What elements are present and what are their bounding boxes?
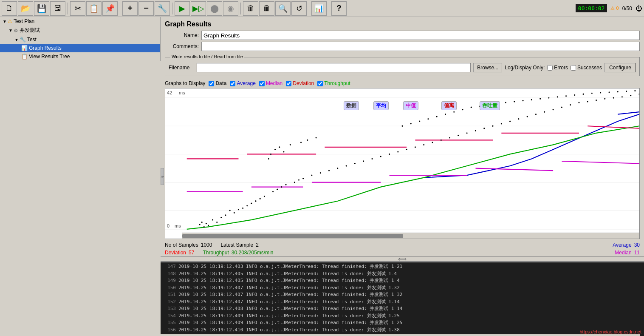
- warning-icon: ⚠: [610, 6, 615, 11]
- sidebar-item-test-plan[interactable]: ▼ ⚠ Test Plan: [0, 17, 160, 26]
- svg-point-99: [453, 111, 455, 113]
- chart-scrollbar[interactable]: [182, 233, 639, 239]
- svg-point-65: [406, 149, 407, 150]
- svg-point-70: [449, 137, 450, 138]
- svg-point-41: [285, 184, 287, 185]
- svg-point-25: [212, 219, 213, 220]
- report-button[interactable]: 📊: [311, 1, 327, 16]
- graph-svg: [165, 88, 639, 239]
- sidebar-label-test: Test: [27, 37, 37, 43]
- save-button[interactable]: 💾: [34, 1, 49, 16]
- search-button[interactable]: 🔍: [275, 1, 291, 16]
- add-button[interactable]: +: [122, 1, 138, 16]
- latest-sample-stat: Latest Sample 2: [220, 242, 258, 248]
- successes-label: Successes: [577, 65, 602, 71]
- svg-point-43: [298, 179, 299, 180]
- sidebar-item-view-results-tree[interactable]: 📋 View Results Tree: [0, 52, 160, 61]
- svg-point-67: [423, 144, 424, 145]
- sidebar-resize-handle[interactable]: ≫: [161, 168, 164, 185]
- copy-button[interactable]: 📋: [86, 1, 102, 16]
- stop-button[interactable]: ⬤: [207, 1, 222, 16]
- remove-button[interactable]: −: [138, 1, 154, 16]
- toggle-button[interactable]: 🔧: [155, 1, 170, 16]
- sidebar-wrapper: ▼ ⚠ Test Plan ▼ ⚙ 并发测试 ▼ 🔧 Test: [0, 17, 161, 336]
- sidebar-label-view-results-tree: View Results Tree: [29, 54, 70, 60]
- svg-point-63: [389, 154, 390, 155]
- annotation-median: 中值: [403, 101, 418, 110]
- log-area[interactable]: 1472019-10-25 18:19:12,403 INFO o.a.j.t.…: [161, 262, 644, 336]
- median-checkbox[interactable]: [259, 81, 265, 86]
- timer-display: 00:00:02: [576, 4, 607, 12]
- clear-button[interactable]: 🗑: [243, 1, 258, 16]
- log-line-number: 149: [163, 277, 176, 285]
- average-stat: Average 30: [613, 242, 640, 248]
- data-check-label: Data: [209, 80, 226, 86]
- sidebar-item-test[interactable]: ▼ 🔧 Test: [0, 35, 160, 44]
- no-of-samples-stat: No of Samples 1000: [165, 242, 212, 248]
- throughput-check-label: Throughput: [317, 80, 350, 86]
- y-unit-bottom: ms: [175, 223, 181, 228]
- reset-button[interactable]: ↺: [291, 1, 307, 16]
- svg-point-75: [492, 125, 494, 127]
- comments-input[interactable]: [201, 42, 640, 51]
- sep1: [68, 3, 68, 14]
- log-line-text: 2019-10-25 18:19:12,409 INFO o.a.j.t.JMe…: [178, 320, 402, 325]
- throughput-checkbox[interactable]: [317, 81, 323, 86]
- svg-point-37: [264, 196, 265, 197]
- svg-rect-0: [165, 88, 639, 239]
- stats-bar: No of Samples 1000 Latest Sample 2 Avera…: [161, 241, 644, 249]
- svg-point-76: [501, 123, 502, 124]
- footer-link-text: https://chenxiao.blog.csdn.net: [579, 329, 641, 334]
- successes-checkbox[interactable]: [571, 65, 576, 71]
- svg-point-86: [587, 101, 588, 102]
- data-checkbox[interactable]: [209, 81, 214, 86]
- svg-point-21: [201, 222, 203, 223]
- start-no-pause-button[interactable]: ▶▷: [191, 1, 206, 16]
- svg-point-32: [242, 208, 243, 209]
- scroll-thumb[interactable]: [182, 234, 403, 238]
- log-line: 1502019-10-25 18:19:12,407 INFO o.a.j.t.…: [163, 285, 641, 292]
- no-of-samples-label: No of Samples: [165, 242, 198, 248]
- save-as-button[interactable]: 🖫: [50, 1, 65, 16]
- average-checkbox[interactable]: [230, 81, 235, 86]
- clear-all-button[interactable]: 🗑: [259, 1, 274, 16]
- svg-point-107: [523, 100, 524, 101]
- svg-point-34: [251, 203, 252, 204]
- log-line: 1542019-10-25 18:19:12,409 INFO o.a.j.t.…: [163, 313, 641, 320]
- log-line: 1482019-10-25 18:19:12,405 INFO o.a.j.t.…: [163, 271, 641, 278]
- configure-button[interactable]: Configure: [604, 63, 636, 72]
- cut-button[interactable]: ✂: [70, 1, 85, 16]
- chart-icon: 📊: [21, 45, 28, 51]
- new-button[interactable]: 🗋: [2, 1, 17, 16]
- footer-link: https://chenxiao.blog.csdn.net: [579, 329, 641, 334]
- sidebar-item-graph-results[interactable]: 📊 Graph Results: [0, 44, 160, 52]
- open-button[interactable]: 📂: [18, 1, 33, 16]
- splitter-handle[interactable]: ⟺: [161, 256, 644, 262]
- svg-point-36: [260, 198, 261, 199]
- annotation-average: 平均: [373, 101, 389, 110]
- filename-input[interactable]: [197, 63, 471, 72]
- sidebar-label-test-plan: Test Plan: [14, 18, 34, 24]
- svg-point-97: [436, 116, 438, 117]
- name-input[interactable]: [201, 31, 640, 40]
- svg-point-73: [475, 130, 476, 131]
- browse-button[interactable]: Browse...: [473, 63, 502, 72]
- paste-button[interactable]: 📌: [102, 1, 118, 16]
- shutdown-button[interactable]: ◉: [223, 1, 238, 16]
- errors-checkbox[interactable]: [547, 65, 553, 71]
- svg-point-119: [626, 91, 627, 92]
- power-button[interactable]: ⏻: [636, 5, 642, 12]
- log-line-text: 2019-10-25 18:19:12,405 INFO o.a.j.t.JMe…: [178, 271, 397, 276]
- sidebar-item-concurrent-test[interactable]: ▼ ⚙ 并发测试: [0, 26, 160, 35]
- median-stat-label: Median: [615, 250, 631, 256]
- successes-checkbox-label: Successes: [571, 65, 602, 71]
- svg-point-88: [604, 98, 605, 100]
- arrow-icon: ▼: [14, 37, 19, 42]
- svg-point-64: [397, 151, 398, 152]
- log-line-number: 148: [163, 271, 176, 278]
- errors-checkbox-label: Errors: [547, 65, 568, 71]
- start-button[interactable]: ▶: [175, 1, 190, 16]
- help-button[interactable]: ?: [331, 1, 347, 16]
- svg-point-39: [277, 189, 278, 190]
- deviation-checkbox[interactable]: [286, 81, 291, 86]
